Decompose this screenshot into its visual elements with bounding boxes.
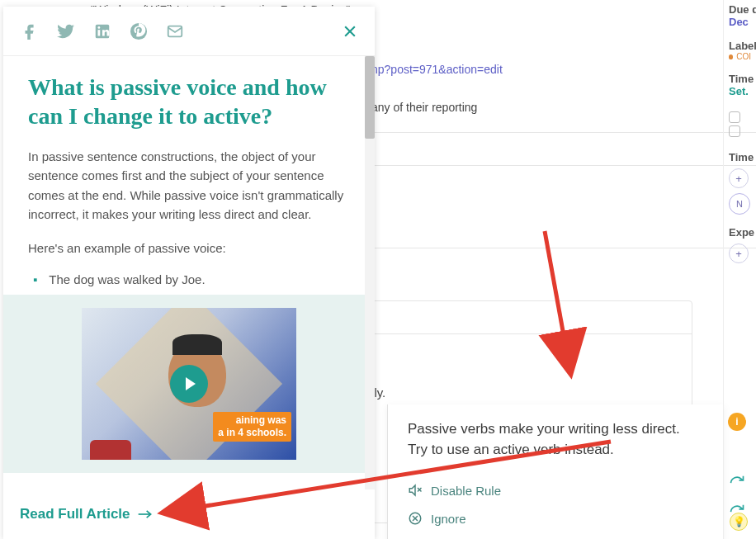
disable-rule-label: Disable Rule xyxy=(431,484,501,498)
ignore-icon xyxy=(408,511,423,526)
bullet-dot-icon: ▪ xyxy=(33,272,37,286)
read-full-label: Read Full Article xyxy=(20,506,130,522)
panel-header xyxy=(3,7,375,56)
article-paragraph-1: In passive sentence constructions, the o… xyxy=(28,147,350,224)
panel-scroll-area[interactable]: What is passive voice and how can I chan… xyxy=(3,56,375,489)
ignore-action[interactable]: Ignore xyxy=(408,504,703,532)
pinterest-icon[interactable] xyxy=(127,20,150,43)
bullet-text: The dog was walked by Joe. xyxy=(49,272,205,286)
suggestion-message: Passive verbs make your writing less dir… xyxy=(408,419,703,460)
social-share-row xyxy=(18,20,187,43)
video-section: aining was a in 4 schools. xyxy=(3,295,375,473)
twitter-icon[interactable] xyxy=(54,20,78,43)
expenses-heading: Expe xyxy=(729,226,751,239)
right-sidebar: Due d Dec Label COI Time Set. Time + N E… xyxy=(723,0,756,539)
user-chip[interactable]: N xyxy=(729,193,750,215)
disable-rule-action[interactable]: Disable Rule xyxy=(408,476,703,504)
svg-rect-6 xyxy=(98,30,101,35)
add-time-button[interactable]: + xyxy=(729,168,749,188)
facebook-icon[interactable] xyxy=(18,20,41,43)
mute-icon xyxy=(408,483,423,498)
background-url-fragment[interactable]: np?post=971&action=edit xyxy=(371,63,503,76)
svg-point-7 xyxy=(98,26,101,29)
label-chip[interactable]: COI xyxy=(729,52,751,61)
bullet-item: ▪ The dog was walked by Joe. xyxy=(28,272,350,286)
arrow-right-icon xyxy=(137,508,154,520)
suggestion-popup: Passive verbs make your writing less dir… xyxy=(387,404,724,539)
due-date-value[interactable]: Dec xyxy=(729,16,751,28)
checkbox-1[interactable] xyxy=(729,111,740,123)
labels-heading: Label xyxy=(729,40,751,52)
background-reporting-text: any of their reporting xyxy=(371,101,477,114)
scrollbar-thumb[interactable] xyxy=(365,56,375,139)
add-expense-button[interactable]: + xyxy=(729,243,749,263)
play-icon[interactable] xyxy=(170,365,208,403)
due-date-heading: Due d xyxy=(729,3,751,16)
linkedin-icon[interactable] xyxy=(91,20,114,43)
video-decor xyxy=(90,440,131,460)
checkbox-2[interactable] xyxy=(729,125,740,137)
scrollbar-track[interactable] xyxy=(365,56,375,489)
article-paragraph-2: Here's an example of passive voice: xyxy=(28,239,350,258)
time-set-link[interactable]: Set. xyxy=(729,85,751,97)
time-heading: Time xyxy=(729,73,751,85)
panel-footer: Read Full Article xyxy=(3,489,375,539)
close-icon[interactable] xyxy=(340,21,360,41)
read-full-article-link[interactable]: Read Full Article xyxy=(20,506,154,522)
email-icon[interactable] xyxy=(163,20,187,43)
ignore-label: Ignore xyxy=(431,512,466,526)
help-panel: What is passive voice and how can I chan… xyxy=(3,7,375,539)
article-title: What is passive voice and how can I chan… xyxy=(28,73,350,130)
video-caption: aining was a in 4 schools. xyxy=(213,412,291,442)
video-thumbnail[interactable]: aining was a in 4 schools. xyxy=(82,308,296,460)
time-tracked-heading: Time xyxy=(729,151,751,163)
